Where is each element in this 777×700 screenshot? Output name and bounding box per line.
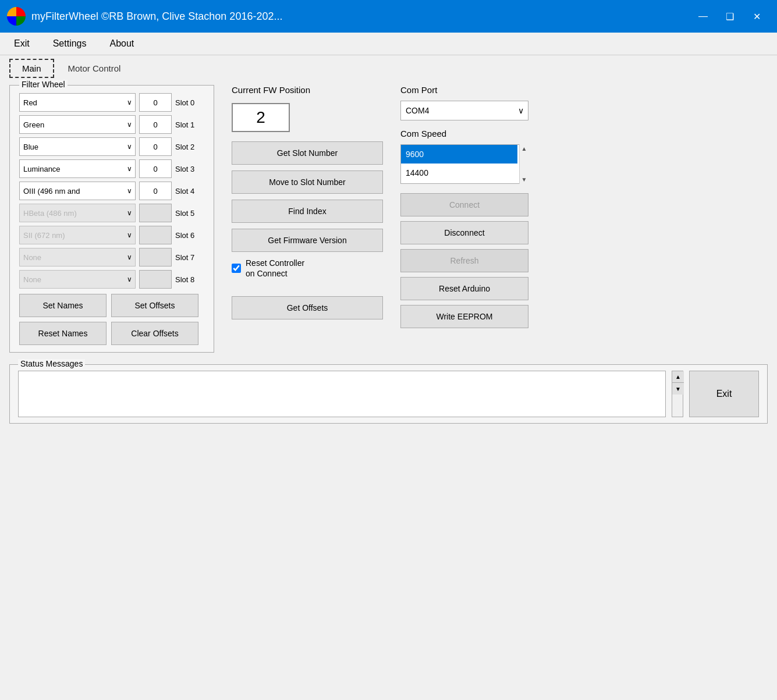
slot-select-2[interactable]: Blue: [19, 137, 136, 156]
tab-motor-control[interactable]: Motor Control: [55, 59, 134, 78]
slot-label-2: Slot 2: [175, 143, 204, 151]
scroll-up-arrow[interactable]: ▲: [521, 145, 527, 152]
clear-offsets-button[interactable]: Clear Offsets: [111, 322, 198, 345]
write-eeprom-button[interactable]: Write EEPROM: [400, 305, 528, 328]
slot-row-0: RedSlot 0: [19, 93, 204, 112]
slot-row-6: SII (672 nm)Slot 6: [19, 225, 204, 245]
status-section: Status Messages ▲ ▼ Exit: [9, 364, 768, 424]
get-slot-number-button[interactable]: Get Slot Number: [232, 141, 383, 165]
com-speed-container: 9600 14400 ▲ ▼: [400, 144, 528, 184]
slot-label-4: Slot 4: [175, 187, 204, 196]
slot-label-1: Slot 1: [175, 120, 204, 129]
slot-select-1[interactable]: Green: [19, 115, 136, 134]
slot-offset-1[interactable]: [139, 115, 172, 134]
status-scroll-down[interactable]: ▼: [672, 383, 684, 395]
com-speed-label: Com Speed: [400, 129, 528, 138]
status-textarea[interactable]: [18, 371, 666, 417]
get-firmware-button[interactable]: Get Firmware Version: [232, 229, 383, 252]
filter-wheel-section: Filter Wheel RedSlot 0GreenSlot 1BlueSlo…: [9, 85, 214, 353]
slot-select-wrapper-0: Red: [19, 93, 136, 112]
com-speed-item-9600[interactable]: 9600: [401, 145, 517, 164]
slot-select-wrapper-5: HBeta (486 nm): [19, 204, 136, 222]
slot-select-0[interactable]: Red: [19, 93, 136, 112]
tabs-bar: Main Motor Control: [0, 55, 777, 78]
fw-position-label: Current FW Position: [232, 85, 383, 95]
filter-buttons-row-2: Reset Names Clear Offsets: [19, 322, 204, 345]
menu-about[interactable]: About: [100, 35, 143, 52]
slot-select-wrapper-4: OIII (496 nm and: [19, 182, 136, 200]
com-speed-list[interactable]: 9600 14400: [400, 144, 528, 184]
slot-row-4: OIII (496 nm andSlot 4: [19, 181, 204, 201]
slot-select-7: None: [19, 248, 136, 267]
top-row: Filter Wheel RedSlot 0GreenSlot 1BlueSlo…: [9, 85, 768, 353]
get-offsets-button[interactable]: Get Offsets: [232, 296, 383, 319]
reset-arduino-button[interactable]: Reset Arduino: [400, 277, 528, 300]
com-port-select-wrapper: COM4 COM1 COM2 COM3: [400, 101, 528, 120]
app-icon: [7, 7, 26, 26]
title-bar-text: myFilterWheel ©RB Brown, Clive Stachon 2…: [31, 10, 282, 23]
tab-main[interactable]: Main: [9, 59, 54, 78]
com-speed-scrollbar: ▲ ▼: [519, 144, 528, 184]
status-content: ▲ ▼ Exit: [18, 371, 759, 417]
com-speed-item-14400[interactable]: 14400: [401, 164, 517, 182]
slot-select-wrapper-2: Blue: [19, 137, 136, 156]
slot-select-wrapper-3: Luminance: [19, 159, 136, 178]
main-content: Filter Wheel RedSlot 0GreenSlot 1BlueSlo…: [0, 78, 777, 431]
move-to-slot-button[interactable]: Move to Slot Number: [232, 170, 383, 194]
slot-offset-5: [139, 204, 172, 222]
slot-offset-4[interactable]: [139, 182, 172, 200]
refresh-button[interactable]: Refresh: [400, 249, 528, 272]
set-offsets-button[interactable]: Set Offsets: [111, 294, 198, 317]
connect-button[interactable]: Connect: [400, 193, 528, 216]
slot-row-1: GreenSlot 1: [19, 115, 204, 134]
slot-select-wrapper-8: None: [19, 270, 136, 289]
slot-select-5: HBeta (486 nm): [19, 204, 136, 222]
slot-offset-3[interactable]: [139, 159, 172, 178]
menu-settings[interactable]: Settings: [44, 35, 96, 52]
reset-controller-checkbox[interactable]: [232, 264, 241, 273]
middle-column: Current FW Position 2 Get Slot Number Mo…: [232, 85, 383, 353]
slot-label-8: Slot 8: [175, 275, 204, 284]
reset-names-button[interactable]: Reset Names: [19, 322, 107, 345]
slot-offset-8: [139, 270, 172, 289]
slot-select-wrapper-6: SII (672 nm): [19, 226, 136, 244]
slot-offset-0[interactable]: [139, 93, 172, 112]
maximize-button[interactable]: ❑: [716, 7, 743, 26]
slot-offset-2[interactable]: [139, 137, 172, 156]
set-names-button[interactable]: Set Names: [19, 294, 107, 317]
slot-row-3: LuminanceSlot 3: [19, 159, 204, 179]
slot-row-8: NoneSlot 8: [19, 269, 204, 289]
status-scroll-up[interactable]: ▲: [672, 371, 684, 383]
fw-position-box: 2: [232, 103, 290, 132]
title-bar: myFilterWheel ©RB Brown, Clive Stachon 2…: [0, 0, 777, 33]
scroll-down-arrow[interactable]: ▼: [521, 176, 527, 183]
reset-controller-row: Reset Controlleron Connect: [232, 258, 383, 279]
filter-buttons-row: Set Names Set Offsets: [19, 294, 204, 317]
slot-select-4[interactable]: OIII (496 nm and: [19, 182, 136, 200]
slot-row-7: NoneSlot 7: [19, 247, 204, 267]
slot-select-wrapper-7: None: [19, 248, 136, 267]
menu-bar: Exit Settings About: [0, 33, 777, 55]
slot-label-7: Slot 7: [175, 253, 204, 262]
slot-select-8: None: [19, 270, 136, 289]
filter-grid: RedSlot 0GreenSlot 1BlueSlot 2LuminanceS…: [19, 93, 204, 289]
slot-label-5: Slot 5: [175, 209, 204, 218]
com-port-label: Com Port: [400, 85, 528, 95]
slot-offset-6: [139, 226, 172, 244]
disconnect-button[interactable]: Disconnect: [400, 221, 528, 244]
status-scrollbar: ▲ ▼: [672, 371, 683, 417]
com-port-select[interactable]: COM4 COM1 COM2 COM3: [400, 101, 528, 120]
close-button[interactable]: ✕: [743, 7, 770, 26]
filter-wheel-legend: Filter Wheel: [19, 80, 68, 89]
slot-offset-7: [139, 248, 172, 267]
minimize-button[interactable]: —: [690, 7, 716, 26]
slot-select-3[interactable]: Luminance: [19, 159, 136, 178]
status-exit-button[interactable]: Exit: [689, 371, 759, 417]
slots-column: RedSlot 0GreenSlot 1BlueSlot 2LuminanceS…: [19, 93, 204, 289]
find-index-button[interactable]: Find Index: [232, 200, 383, 223]
slot-row-2: BlueSlot 2: [19, 137, 204, 157]
reset-controller-label: Reset Controlleron Connect: [246, 258, 304, 279]
slot-row-5: HBeta (486 nm)Slot 5: [19, 203, 204, 223]
menu-exit[interactable]: Exit: [5, 35, 39, 52]
status-legend: Status Messages: [18, 359, 85, 368]
